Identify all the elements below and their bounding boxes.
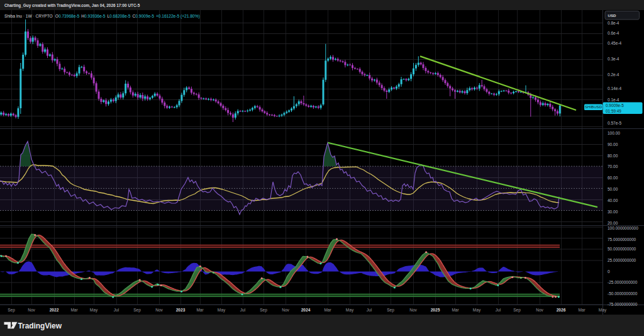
svg-text:SHIBUSD: SHIBUSD — [585, 104, 602, 109]
svg-text:40.00: 40.00 — [608, 198, 618, 203]
svg-text:Jul: Jul — [367, 308, 372, 312]
svg-text:2023: 2023 — [176, 308, 186, 312]
svg-text:May: May — [90, 308, 98, 313]
svg-text:Jul: Jul — [240, 308, 246, 312]
svg-text:0.2e-4: 0.2e-4 — [608, 72, 619, 77]
svg-text:Mar: Mar — [578, 308, 586, 312]
svg-text:Sep: Sep — [8, 308, 15, 313]
svg-text:20.00: 20.00 — [608, 221, 618, 225]
svg-text:USD: USD — [608, 13, 617, 18]
svg-text:Nov: Nov — [409, 308, 417, 312]
svg-text:100.00: 100.00 — [608, 131, 620, 135]
svg-text:Sep: Sep — [513, 308, 521, 313]
svg-text:May: May — [473, 308, 481, 313]
svg-text:Jul: Jul — [114, 308, 119, 312]
svg-text:2025: 2025 — [431, 308, 440, 312]
svg-text:0.3e-4: 0.3e-4 — [608, 57, 619, 61]
svg-text:0.57e-5: 0.57e-5 — [608, 121, 621, 125]
svg-text:0.14e-4: 0.14e-4 — [608, 86, 621, 91]
svg-text:0.1e-4: 0.1e-4 — [608, 98, 619, 102]
svg-text:May: May — [599, 308, 607, 313]
svg-text:Sep: Sep — [387, 308, 394, 313]
svg-text:Nov: Nov — [282, 308, 289, 312]
svg-text:0.6e-4: 0.6e-4 — [608, 31, 619, 35]
svg-text:Nov: Nov — [155, 308, 163, 312]
svg-text:80.00: 80.00 — [608, 154, 618, 158]
svg-text:Jul: Jul — [496, 308, 501, 312]
svg-text:Nov: Nov — [536, 308, 543, 312]
svg-text:May: May — [218, 308, 226, 313]
svg-text:100.0000000000: 100.0000000000 — [608, 226, 638, 230]
svg-text:Mar: Mar — [452, 308, 459, 312]
svg-text:30.00: 30.00 — [608, 210, 618, 214]
svg-text:Nov: Nov — [28, 308, 35, 312]
svg-text:60.00: 60.00 — [608, 176, 618, 180]
svg-text:0.8e-4: 0.8e-4 — [608, 21, 619, 25]
svg-text:0.9009e-5: 0.9009e-5 — [606, 103, 624, 108]
svg-text:0.45e-4: 0.45e-4 — [608, 41, 621, 45]
svg-text:Mar: Mar — [70, 308, 78, 312]
svg-text:2022: 2022 — [50, 308, 59, 312]
svg-text:90.00: 90.00 — [608, 142, 618, 147]
svg-text:0: 0 — [608, 269, 610, 274]
svg-text:2026: 2026 — [557, 308, 566, 312]
svg-text:Shiba Inu · 1W · CRYPTOO0.7396: Shiba Inu · 1W · CRYPTOO0.73968e-5H0.939… — [4, 14, 200, 19]
svg-text:Mar: Mar — [196, 308, 204, 312]
svg-text:Sep: Sep — [260, 308, 267, 313]
svg-text:75.0000000000: 75.0000000000 — [608, 237, 636, 242]
svg-text:Charting_Guy created with Trad: Charting_Guy created with TradingView.co… — [4, 3, 140, 8]
svg-text:May: May — [346, 308, 354, 313]
svg-text:Sep: Sep — [133, 308, 141, 313]
svg-text:50.0000000000: 50.0000000000 — [608, 247, 636, 251]
svg-text:Mar: Mar — [324, 308, 331, 312]
svg-text:-25.0000000000: -25.0000000000 — [608, 280, 638, 284]
svg-text:TradingView: TradingView — [18, 322, 62, 330]
svg-text:25.0000000000: 25.0000000000 — [608, 258, 636, 262]
svg-text:2024: 2024 — [301, 308, 311, 312]
svg-text:-75.0000000000: -75.0000000000 — [608, 302, 638, 306]
svg-text:70.00: 70.00 — [608, 164, 618, 169]
svg-text:50.00: 50.00 — [608, 187, 618, 191]
svg-text:-50.0000000000: -50.0000000000 — [608, 291, 638, 296]
svg-text:01:59:49: 01:59:49 — [606, 109, 621, 113]
